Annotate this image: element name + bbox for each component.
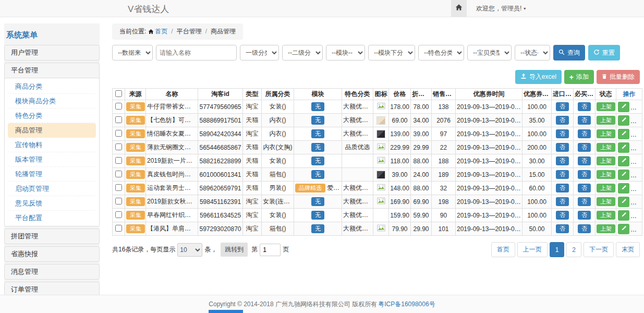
breadcrumb-separator: / — [171, 28, 173, 35]
import-pick-badge[interactable]: 否 — [556, 156, 569, 166]
level2-category-select[interactable]: --二级分类-- — [282, 45, 323, 61]
row-checkbox[interactable] — [115, 103, 122, 110]
status-badge[interactable]: 上架 — [597, 116, 615, 125]
edit-icon — [621, 184, 627, 192]
sidebar-subitem-轮播管理[interactable]: 轮播管理 — [8, 167, 96, 182]
status-select[interactable]: --状态-- — [515, 45, 550, 61]
page-button-上一页[interactable]: 上一页 — [517, 242, 548, 257]
import-pick-badge[interactable]: 否 — [556, 211, 569, 220]
add-button[interactable]: + 添加 — [564, 70, 594, 84]
edit-button[interactable] — [618, 115, 629, 126]
page-button-首页[interactable]: 首页 — [491, 242, 515, 257]
sidebar-item-拼团管理[interactable]: 拼团管理 — [5, 229, 99, 244]
row-checkbox[interactable] — [115, 211, 122, 218]
import-excel-button[interactable]: 导入excel — [515, 70, 562, 84]
status-badge[interactable]: 上架 — [597, 211, 615, 220]
sidebar-subitem-特色分类[interactable]: 特色分类 — [8, 109, 96, 123]
bottom-blue-bar — [209, 310, 243, 313]
module-select[interactable]: --模块-- — [326, 45, 365, 61]
must-buy-badge[interactable]: 否 — [578, 224, 591, 234]
import-pick-badge[interactable]: 否 — [556, 129, 569, 139]
edit-button[interactable] — [618, 129, 629, 139]
sidebar-item-订单管理[interactable]: 订单管理 — [5, 282, 99, 295]
table-body: 采集牛仔背带裤女秋装减龄...577479560965淘宝女装()无大额优惠券1… — [113, 100, 642, 236]
must-buy-badge[interactable]: 否 — [578, 156, 591, 166]
feature-category-select[interactable]: --特色分类-- — [418, 45, 464, 61]
page-button-末页[interactable]: 末页 — [616, 242, 640, 257]
import-pick-badge[interactable]: 否 — [556, 170, 569, 179]
sidebar-subitem-启动页管理[interactable]: 启动页管理 — [8, 182, 96, 196]
must-buy-badge[interactable]: 否 — [578, 184, 591, 193]
sidebar-subitem-商品分类[interactable]: 商品分类 — [8, 79, 96, 94]
must-buy-badge[interactable]: 否 — [578, 102, 591, 112]
must-buy-badge[interactable]: 否 — [578, 129, 591, 139]
edit-button[interactable] — [618, 170, 629, 180]
row-checkbox[interactable] — [115, 143, 122, 150]
feature-category: 大额优惠券 — [342, 222, 373, 236]
edit-button[interactable] — [618, 197, 629, 207]
page-button-下一页[interactable]: 下一页 — [584, 242, 614, 257]
row-checkbox[interactable] — [115, 225, 122, 232]
must-buy-badge[interactable]: 否 — [578, 143, 591, 152]
row-checkbox[interactable] — [115, 171, 122, 177]
sales-count: 2076 — [432, 114, 456, 127]
status-badge[interactable]: 上架 — [597, 170, 615, 179]
data-source-select[interactable]: --数据来源-- — [112, 45, 153, 61]
edit-button[interactable] — [618, 210, 629, 221]
import-pick-badge[interactable]: 否 — [556, 184, 569, 193]
home-nav-button[interactable] — [451, 0, 467, 17]
breadcrumb-home-link[interactable]: 首页 — [155, 28, 167, 35]
import-pick-badge[interactable]: 否 — [556, 197, 569, 207]
row-checkbox[interactable] — [115, 184, 122, 191]
sidebar-item-省惠快报[interactable]: 省惠快报 — [5, 247, 99, 261]
sidebar-item-消息管理[interactable]: 消息管理 — [5, 264, 99, 279]
sidebar-subitem-模块商品分类[interactable]: 模块商品分类 — [8, 94, 96, 109]
edit-button[interactable] — [618, 142, 629, 153]
sidebar-subitem-宣传物料[interactable]: 宣传物料 — [8, 138, 96, 152]
icp-link[interactable]: 粤ICP备16098006号 — [378, 300, 435, 309]
name-search-input[interactable] — [156, 45, 237, 61]
reset-button[interactable]: 重置 — [588, 45, 620, 61]
import-pick-badge[interactable]: 否 — [556, 116, 569, 125]
page-button-2[interactable]: 2 — [566, 242, 581, 257]
sidebar-subitem-平台配置[interactable]: 平台配置 — [8, 211, 96, 225]
import-pick-badge[interactable]: 否 — [556, 102, 569, 112]
row-checkbox[interactable] — [115, 157, 122, 164]
page-number-input[interactable] — [260, 244, 281, 256]
row-checkbox[interactable] — [115, 130, 122, 137]
edit-button[interactable] — [618, 102, 629, 112]
row-checkbox[interactable] — [115, 198, 122, 204]
user-menu[interactable]: 欢迎您，管理员! ▾ — [476, 4, 526, 13]
level1-category-select[interactable]: 一级分类 — [240, 45, 279, 61]
status-badge[interactable]: 上架 — [597, 102, 615, 112]
item-type-select[interactable]: --宝贝类型-- — [467, 45, 512, 61]
jump-button[interactable]: 跳转到 — [221, 243, 248, 257]
page-button-1[interactable]: 1 — [550, 242, 565, 257]
per-page-select[interactable]: 10 — [177, 243, 202, 257]
must-buy-badge[interactable]: 否 — [578, 116, 591, 125]
status-badge[interactable]: 上架 — [597, 197, 615, 207]
edit-button[interactable] — [618, 183, 629, 194]
sidebar-item-用户管理[interactable]: 用户管理 — [5, 45, 99, 60]
sidebar-subitem-版本管理[interactable]: 版本管理 — [8, 152, 96, 167]
status-badge[interactable]: 上架 — [597, 184, 615, 193]
must-buy-badge[interactable]: 否 — [578, 211, 591, 220]
module-subcategory-select[interactable]: --模块下分类-- — [368, 45, 415, 61]
sidebar-item-平台管理[interactable]: 平台管理 — [5, 63, 99, 78]
status-badge[interactable]: 上架 — [597, 156, 615, 166]
status-badge[interactable]: 上架 — [597, 143, 615, 152]
import-pick-badge[interactable]: 否 — [556, 143, 569, 152]
status-badge[interactable]: 上架 — [597, 224, 615, 234]
edit-button[interactable] — [618, 224, 629, 234]
search-button[interactable]: 查询 — [553, 45, 585, 61]
batch-delete-button[interactable]: 批量删除 — [597, 70, 640, 84]
sidebar-subitem-意见反馈[interactable]: 意见反馈 — [8, 196, 96, 211]
edit-button[interactable] — [618, 156, 629, 166]
status-badge[interactable]: 上架 — [597, 129, 615, 139]
must-buy-badge[interactable]: 否 — [578, 170, 591, 179]
select-all-checkbox[interactable] — [115, 90, 122, 97]
row-checkbox[interactable] — [115, 116, 122, 123]
must-buy-badge[interactable]: 否 — [578, 197, 591, 207]
sidebar-subitem-商品管理[interactable]: 商品管理 — [8, 123, 96, 138]
import-pick-badge[interactable]: 否 — [556, 224, 569, 234]
